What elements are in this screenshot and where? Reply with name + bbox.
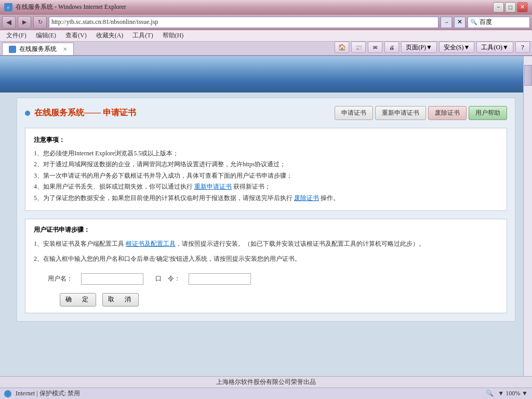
maximize-button[interactable]: □ (505, 2, 516, 12)
help-button[interactable]: ? (515, 42, 530, 53)
cancel-button[interactable]: 取 消 (102, 293, 139, 307)
password-input[interactable] (189, 273, 251, 285)
confirm-button[interactable]: 确 定 (60, 293, 96, 307)
tabs-bar: 在线服务系统 ✕ 🏠 📰 ✉ 🖨 页面(P) ▼ 安全(S) ▼ 工具(O) ▼… (0, 42, 532, 56)
forward-button[interactable]: ▶ (18, 16, 31, 29)
zoom-icon: 🔍 (486, 390, 494, 397)
content-card: 在线服务系统—— 申请证书 申请证书 重新申请证书 废除证书 用户帮助 注意事项… (17, 98, 515, 322)
search-text: 百度 (480, 18, 492, 26)
refresh-button[interactable]: ↻ (33, 16, 47, 29)
security-chevron: ▼ (464, 44, 470, 51)
notice-title: 注意事项： (34, 135, 498, 146)
internet-icon (4, 390, 11, 397)
username-row: 用户名： 口 令： (44, 273, 498, 285)
menu-edit[interactable]: 编辑(E) (32, 30, 60, 41)
page-title: 在线服务系统—— 申请证书 (34, 108, 136, 118)
cert-tool-link[interactable]: 根证书及配置工具 (126, 240, 176, 247)
back-button[interactable]: ◀ (2, 16, 16, 29)
page-chevron: ▼ (426, 44, 432, 51)
user-help-button[interactable]: 用户帮助 (469, 106, 507, 120)
page-content-wrapper: 在线服务系统—— 申请证书 申请证书 重新申请证书 废除证书 用户帮助 注意事项… (0, 56, 532, 399)
notice-line-2: 2、对于通过局域网报送数据的企业，请网管同志对网络设置进行调整，允许https协… (34, 159, 498, 170)
menu-favorites[interactable]: 收藏夹(A) (92, 30, 128, 41)
window-controls: － □ ✕ (493, 2, 528, 12)
home-button[interactable]: 🏠 (335, 42, 349, 53)
security-menu[interactable]: 安全(S) ▼ (439, 42, 475, 53)
step2: 2、在输入框中输入您的用户名和口令后单击'确定'按钮进入系统，请按照提示安装您的… (34, 254, 498, 265)
page-label: 页面(P) (406, 43, 426, 52)
steps-title: 用户证书申请步骤： (34, 225, 498, 234)
notice-line-4: 4、如果用户证书丢失、损坏或过期失效，你可以通过执行 重新申请证书 获得新证书； (34, 181, 498, 193)
apply-cert-button[interactable]: 申请证书 (335, 106, 373, 120)
mail-button[interactable]: ✉ (368, 42, 382, 53)
address-bar: ◀ ▶ ↻ http://ytb.sc.stats.cn:81/nbsonlin… (0, 15, 532, 30)
status-bar: Internet | 保护模式: 禁用 🔍 ▼ 100% ▼ (0, 388, 532, 399)
revoke-link[interactable]: 废除证书 (294, 194, 319, 202)
browser-icon: e (4, 3, 12, 11)
bottom-bar: 上海格尔软件股份有限公司荣誉出品 (0, 376, 532, 388)
username-label: 用户名： (44, 274, 73, 283)
scroll-thumb[interactable] (524, 65, 532, 86)
url-bar[interactable]: http://ytb.sc.stats.cn:81/nbsonline/issu… (49, 17, 438, 28)
zoom-level[interactable]: ▼ 100% ▼ (498, 390, 528, 397)
status-text: Internet | 保护模式: 禁用 (16, 389, 80, 398)
menu-view[interactable]: 查看(V) (61, 30, 91, 41)
notice-line-1: 1、您必须使用Internet Explore浏览器5.5或以上版本； (34, 148, 498, 159)
close-button[interactable]: ✕ (517, 2, 528, 12)
page-header: 在线服务系统—— 申请证书 申请证书 重新申请证书 废除证书 用户帮助 (25, 106, 507, 120)
notice-line-5: 5、为了保证您的数据安全，如果您目前使用的计算机仅临时用于报送数据，请报送完毕后… (34, 193, 498, 204)
tools-chevron: ▼ (502, 44, 509, 51)
tools-menu[interactable]: 工具(O) ▼ (476, 42, 513, 53)
reapply-cert-button[interactable]: 重新申请证书 (375, 106, 426, 120)
title-dot (25, 111, 30, 116)
revoke-cert-button[interactable]: 废除证书 (428, 106, 467, 120)
url-text: http://ytb.sc.stats.cn:81/nbsonline/issu… (51, 18, 158, 26)
menu-tools[interactable]: 工具(T) (128, 30, 157, 41)
reapply-link[interactable]: 重新申请证书 (194, 183, 232, 190)
login-form: 用户名： 口 令： 确 定 取 消 (34, 273, 498, 307)
title-bar: e 在线服务系统 - Windows Internet Explorer － □… (0, 0, 532, 15)
header-buttons: 申请证书 重新申请证书 废除证书 用户帮助 (335, 106, 507, 120)
footer-text: 上海格尔软件股份有限公司荣誉出品 (216, 378, 316, 387)
minimize-button[interactable]: － (493, 2, 504, 12)
go-button[interactable]: → (441, 17, 452, 28)
steps-box: 用户证书申请步骤： 1、安装根证书及客户端配置工具 根证书及配置工具，请按照提示… (25, 219, 507, 313)
password-label: 口 令： (152, 274, 180, 283)
form-buttons: 确 定 取 消 (60, 293, 498, 307)
window-title: 在线服务系统 - Windows Internet Explorer (16, 3, 490, 11)
scrollbar[interactable] (523, 56, 532, 376)
active-tab[interactable]: 在线服务系统 ✕ (2, 43, 74, 55)
search-icon: 🔍 (470, 19, 477, 25)
tab-close-icon[interactable]: ✕ (63, 46, 67, 52)
username-input[interactable] (81, 273, 143, 285)
menu-file[interactable]: 文件(F) (2, 30, 31, 41)
menu-bar: 文件(F) 编辑(E) 查看(V) 收藏夹(A) 工具(T) 帮助(H) (0, 30, 532, 42)
security-label: 安全(S) (444, 43, 464, 52)
tab-favicon (9, 46, 16, 53)
page-menu[interactable]: 页面(P) ▼ (401, 42, 437, 53)
stop-button[interactable]: ✕ (454, 17, 466, 28)
step1: 1、安装根证书及客户端配置工具 根证书及配置工具，请按照提示进行安装。（如已下载… (34, 238, 498, 250)
notice-box: 注意事项： 1、您必须使用Internet Explore浏览器5.5或以上版本… (25, 128, 507, 211)
notice-line-3: 3、第一次申请证书的用户务必下载根证书并导入成功，具体可查看下面的用户证书申请步… (34, 170, 498, 182)
menu-help[interactable]: 帮助(H) (158, 30, 188, 41)
search-bar[interactable]: 🔍 百度 (468, 17, 530, 28)
print-button[interactable]: 🖨 (384, 42, 399, 53)
toolbar-right: 🏠 📰 ✉ 🖨 页面(P) ▼ 安全(S) ▼ 工具(O) ▼ ? (335, 42, 530, 55)
page-title-area: 在线服务系统—— 申请证书 (25, 108, 136, 118)
status-right: 🔍 ▼ 100% ▼ (486, 390, 528, 397)
tools-label: 工具(O) (481, 43, 502, 52)
header-banner (0, 56, 532, 92)
tab-label: 在线服务系统 (19, 45, 57, 54)
feeds-button[interactable]: 📰 (351, 42, 366, 53)
